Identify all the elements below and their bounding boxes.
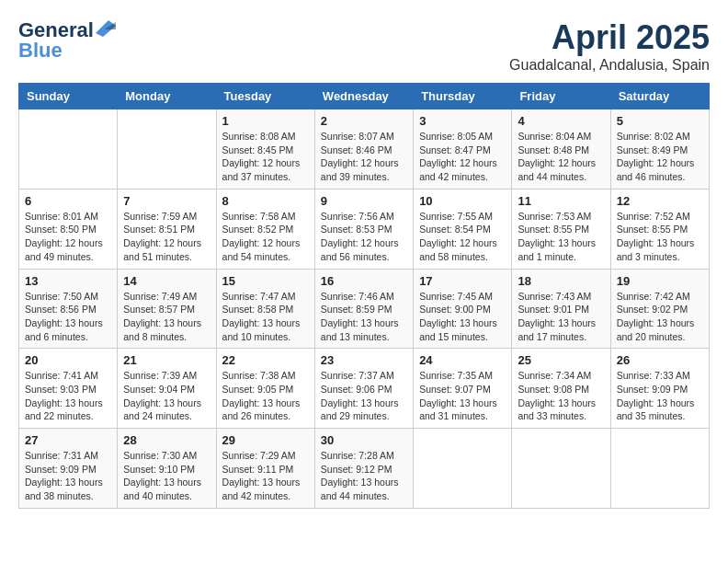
day-info: Sunrise: 7:47 AMSunset: 8:58 PMDaylight:…: [222, 290, 309, 344]
calendar-cell: 7Sunrise: 7:59 AMSunset: 8:51 PMDaylight…: [118, 189, 216, 269]
day-info: Sunrise: 8:02 AMSunset: 8:49 PMDaylight:…: [617, 130, 703, 184]
day-number: 11: [518, 194, 604, 208]
day-number: 6: [25, 194, 111, 208]
day-number: 30: [321, 433, 407, 447]
logo-wing-icon: [96, 20, 116, 37]
calendar-cell: [610, 429, 709, 509]
day-number: 13: [25, 274, 111, 288]
page-header: General Blue April 2025 Guadalcanal, And…: [18, 18, 710, 74]
day-info: Sunrise: 7:55 AMSunset: 8:54 PMDaylight:…: [419, 210, 506, 264]
calendar-cell: [19, 109, 118, 190]
day-info: Sunrise: 7:58 AMSunset: 8:52 PMDaylight:…: [222, 210, 309, 264]
calendar-cell: 25Sunrise: 7:34 AMSunset: 9:08 PMDayligh…: [512, 349, 610, 429]
day-number: 26: [617, 353, 703, 367]
calendar-cell: 18Sunrise: 7:43 AMSunset: 9:01 PMDayligh…: [512, 269, 610, 349]
day-number: 23: [321, 353, 407, 367]
day-info: Sunrise: 7:56 AMSunset: 8:53 PMDaylight:…: [321, 210, 407, 264]
calendar-week-row: 20Sunrise: 7:41 AMSunset: 9:03 PMDayligh…: [19, 349, 710, 429]
day-number: 7: [123, 194, 210, 208]
day-number: 4: [518, 114, 604, 128]
logo-blue: Blue: [18, 39, 63, 63]
day-info: Sunrise: 7:46 AMSunset: 8:59 PMDaylight:…: [321, 290, 407, 344]
title-block: April 2025 Guadalcanal, Andalusia, Spain: [509, 18, 710, 74]
day-info: Sunrise: 8:07 AMSunset: 8:46 PMDaylight:…: [321, 130, 407, 184]
day-info: Sunrise: 7:31 AMSunset: 9:09 PMDaylight:…: [25, 449, 111, 503]
day-number: 18: [518, 274, 604, 288]
calendar-cell: 5Sunrise: 8:02 AMSunset: 8:49 PMDaylight…: [610, 109, 709, 190]
day-info: Sunrise: 7:33 AMSunset: 9:09 PMDaylight:…: [617, 369, 703, 423]
weekday-header-thursday: Thursday: [414, 84, 512, 109]
day-info: Sunrise: 7:38 AMSunset: 9:05 PMDaylight:…: [222, 369, 309, 423]
calendar-week-row: 1Sunrise: 8:08 AMSunset: 8:45 PMDaylight…: [19, 109, 710, 190]
day-number: 3: [419, 114, 506, 128]
calendar-cell: 2Sunrise: 8:07 AMSunset: 8:46 PMDaylight…: [314, 109, 413, 190]
day-info: Sunrise: 7:41 AMSunset: 9:03 PMDaylight:…: [25, 369, 111, 423]
day-info: Sunrise: 7:28 AMSunset: 9:12 PMDaylight:…: [321, 449, 407, 503]
calendar-cell: 24Sunrise: 7:35 AMSunset: 9:07 PMDayligh…: [414, 349, 512, 429]
calendar-cell: 30Sunrise: 7:28 AMSunset: 9:12 PMDayligh…: [314, 429, 413, 509]
day-number: 17: [419, 274, 506, 288]
calendar-week-row: 13Sunrise: 7:50 AMSunset: 8:56 PMDayligh…: [19, 269, 710, 349]
day-number: 10: [419, 194, 506, 208]
calendar-cell: 23Sunrise: 7:37 AMSunset: 9:06 PMDayligh…: [314, 349, 413, 429]
day-number: 22: [222, 353, 309, 367]
calendar-cell: 21Sunrise: 7:39 AMSunset: 9:04 PMDayligh…: [118, 349, 216, 429]
day-info: Sunrise: 7:59 AMSunset: 8:51 PMDaylight:…: [123, 210, 210, 264]
calendar-cell: 16Sunrise: 7:46 AMSunset: 8:59 PMDayligh…: [314, 269, 413, 349]
day-number: 27: [25, 433, 111, 447]
day-info: Sunrise: 7:35 AMSunset: 9:07 PMDaylight:…: [419, 369, 506, 423]
month-title: April 2025: [509, 18, 710, 57]
calendar-cell: 10Sunrise: 7:55 AMSunset: 8:54 PMDayligh…: [414, 189, 512, 269]
weekday-header-row: SundayMondayTuesdayWednesdayThursdayFrid…: [19, 84, 710, 109]
day-number: 28: [123, 433, 210, 447]
day-info: Sunrise: 8:08 AMSunset: 8:45 PMDaylight:…: [222, 130, 309, 184]
calendar-week-row: 27Sunrise: 7:31 AMSunset: 9:09 PMDayligh…: [19, 429, 710, 509]
weekday-header-monday: Monday: [118, 84, 216, 109]
weekday-header-friday: Friday: [512, 84, 610, 109]
day-number: 14: [123, 274, 210, 288]
day-number: 2: [321, 114, 407, 128]
calendar-cell: 4Sunrise: 8:04 AMSunset: 8:48 PMDaylight…: [512, 109, 610, 190]
day-info: Sunrise: 8:04 AMSunset: 8:48 PMDaylight:…: [518, 130, 604, 184]
day-info: Sunrise: 7:34 AMSunset: 9:08 PMDaylight:…: [518, 369, 604, 423]
weekday-header-tuesday: Tuesday: [216, 84, 314, 109]
calendar-cell: 14Sunrise: 7:49 AMSunset: 8:57 PMDayligh…: [118, 269, 216, 349]
calendar-cell: 22Sunrise: 7:38 AMSunset: 9:05 PMDayligh…: [216, 349, 314, 429]
calendar-cell: [118, 109, 216, 190]
calendar-cell: 3Sunrise: 8:05 AMSunset: 8:47 PMDaylight…: [414, 109, 512, 190]
weekday-header-saturday: Saturday: [610, 84, 709, 109]
calendar-cell: 27Sunrise: 7:31 AMSunset: 9:09 PMDayligh…: [19, 429, 118, 509]
calendar-cell: 13Sunrise: 7:50 AMSunset: 8:56 PMDayligh…: [19, 269, 118, 349]
day-number: 20: [25, 353, 111, 367]
calendar-cell: 11Sunrise: 7:53 AMSunset: 8:55 PMDayligh…: [512, 189, 610, 269]
day-number: 16: [321, 274, 407, 288]
weekday-header-sunday: Sunday: [19, 84, 118, 109]
calendar-cell: 12Sunrise: 7:52 AMSunset: 8:55 PMDayligh…: [610, 189, 709, 269]
calendar-cell: [414, 429, 512, 509]
day-number: 1: [222, 114, 309, 128]
calendar-table: SundayMondayTuesdayWednesdayThursdayFrid…: [18, 83, 710, 509]
weekday-header-wednesday: Wednesday: [314, 84, 413, 109]
calendar-cell: 17Sunrise: 7:45 AMSunset: 9:00 PMDayligh…: [414, 269, 512, 349]
day-number: 15: [222, 274, 309, 288]
day-info: Sunrise: 7:43 AMSunset: 9:01 PMDaylight:…: [518, 290, 604, 344]
day-info: Sunrise: 7:37 AMSunset: 9:06 PMDaylight:…: [321, 369, 407, 423]
day-number: 21: [123, 353, 210, 367]
day-info: Sunrise: 7:52 AMSunset: 8:55 PMDaylight:…: [617, 210, 703, 264]
calendar-cell: 6Sunrise: 8:01 AMSunset: 8:50 PMDaylight…: [19, 189, 118, 269]
calendar-cell: 20Sunrise: 7:41 AMSunset: 9:03 PMDayligh…: [19, 349, 118, 429]
calendar-cell: 26Sunrise: 7:33 AMSunset: 9:09 PMDayligh…: [610, 349, 709, 429]
calendar-cell: 29Sunrise: 7:29 AMSunset: 9:11 PMDayligh…: [216, 429, 314, 509]
calendar-cell: 15Sunrise: 7:47 AMSunset: 8:58 PMDayligh…: [216, 269, 314, 349]
day-number: 9: [321, 194, 407, 208]
calendar-cell: [512, 429, 610, 509]
calendar-cell: 19Sunrise: 7:42 AMSunset: 9:02 PMDayligh…: [610, 269, 709, 349]
day-info: Sunrise: 7:50 AMSunset: 8:56 PMDaylight:…: [25, 290, 111, 344]
day-info: Sunrise: 7:53 AMSunset: 8:55 PMDaylight:…: [518, 210, 604, 264]
calendar-week-row: 6Sunrise: 8:01 AMSunset: 8:50 PMDaylight…: [19, 189, 710, 269]
day-number: 25: [518, 353, 604, 367]
day-info: Sunrise: 7:45 AMSunset: 9:00 PMDaylight:…: [419, 290, 506, 344]
day-number: 5: [617, 114, 703, 128]
day-info: Sunrise: 7:49 AMSunset: 8:57 PMDaylight:…: [123, 290, 210, 344]
day-number: 24: [419, 353, 506, 367]
